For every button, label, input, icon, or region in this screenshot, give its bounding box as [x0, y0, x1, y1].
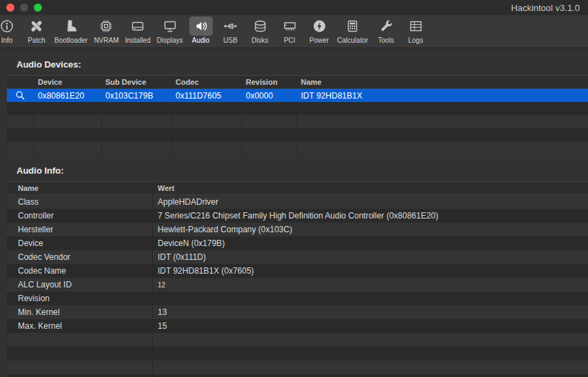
toolbar-item-info[interactable]: Info: [0, 16, 21, 45]
minimize-button[interactable]: [20, 3, 28, 12]
empty-cell: [7, 333, 153, 347]
audio-info-header: NameWert: [7, 181, 588, 195]
bootloader-icon: [63, 19, 78, 34]
audio-devices-body: 0x80861E200x103C179B0x111D76050x0000IDT …: [7, 89, 588, 154]
audio-devices-label: Audio Devices:: [17, 59, 588, 70]
toolbar-item-displays[interactable]: Displays: [154, 16, 186, 45]
info-row-controller[interactable]: Controller7 Series/C216 Chipset Family H…: [7, 209, 588, 223]
usb-icon: [223, 19, 238, 34]
toolbar-item-patch[interactable]: Patch: [22, 16, 51, 45]
toolbar-iconbox: [158, 17, 182, 36]
info-value-cell: [153, 292, 588, 305]
toolbar-item-calculator[interactable]: Calculator: [335, 16, 371, 45]
close-button[interactable]: [6, 3, 14, 12]
info-col-wert[interactable]: Wert: [153, 182, 588, 194]
devices-col-device[interactable]: Device: [34, 76, 102, 88]
empty-cell: [153, 347, 588, 360]
empty-cell: [297, 102, 588, 115]
toolbar-iconbox: [94, 17, 118, 36]
toolbar-item-usb[interactable]: USB: [216, 16, 245, 45]
nvram-icon: [98, 19, 114, 34]
device-cell-revision: 0x0000: [242, 89, 297, 102]
toolbar-item-installed[interactable]: Installed: [123, 16, 154, 45]
device-cell-sub_device: 0x103C179B: [102, 89, 172, 102]
audio-info-label: Audio Info:: [17, 165, 588, 176]
toolbar-item-bootloader[interactable]: Bootloader: [52, 16, 90, 45]
info-col-name[interactable]: Name: [7, 182, 153, 194]
info-row-max-kernel[interactable]: Max. Kernel15: [7, 319, 588, 333]
toolbar-iconbox: [249, 17, 272, 36]
info-row-codec-vendor[interactable]: Codec VendorIDT (0x111D): [7, 250, 588, 264]
info-name-cell: Min. Kernel: [7, 305, 153, 319]
info-value-cell: IDT (0x111D): [153, 250, 588, 264]
window-title: Hackintool v3.1.0: [511, 3, 580, 13]
logs-icon: [408, 19, 423, 34]
toolbar-item-pci[interactable]: PCI: [275, 16, 304, 45]
toolbar-iconbox: [126, 17, 149, 36]
info-empty-row: [7, 347, 588, 360]
toolbar-item-label: Calculator: [337, 37, 368, 44]
empty-cell: [34, 141, 102, 154]
info-value-cell: AppleHDADriver: [153, 195, 588, 209]
device-cell-name: IDT 92HD81B1X: [297, 89, 588, 102]
devices-col-sub-device[interactable]: Sub Device: [102, 76, 172, 88]
info-value-cell: IDT 92HD81B1X (0x7605): [153, 264, 588, 278]
info-name-cell: Codec Name: [7, 264, 153, 278]
empty-cell: [34, 115, 102, 128]
audio-info-body: ClassAppleHDADriverController7 Series/C2…: [7, 195, 588, 377]
info-row-codec-name[interactable]: Codec NameIDT 92HD81B1X (0x7605): [7, 264, 588, 278]
alc-layout-id-input[interactable]: [158, 281, 213, 289]
empty-cell: [153, 333, 588, 347]
toolbar-item-label: Disks: [251, 37, 268, 44]
calculator-icon: [345, 19, 360, 34]
toolbar-iconbox: [25, 17, 48, 36]
devices-col-icon[interactable]: [7, 76, 34, 88]
devices-col-codec[interactable]: Codec: [172, 76, 242, 88]
empty-cell: [34, 128, 102, 141]
empty-cell: [297, 141, 588, 154]
patch-icon: [29, 19, 44, 34]
info-empty-row: [7, 374, 588, 377]
info-value-cell: [153, 278, 588, 292]
toolbar-item-label: Patch: [28, 37, 45, 44]
toolbar-item-logs[interactable]: Logs: [401, 16, 430, 45]
toolbar-item-label: Info: [1, 37, 13, 44]
toolbar-item-label: Bootloader: [54, 37, 87, 44]
empty-cell: [102, 115, 172, 128]
info-row-class[interactable]: ClassAppleHDADriver: [7, 195, 588, 209]
devices-col-revision[interactable]: Revision: [242, 76, 297, 88]
empty-cell: [102, 128, 172, 141]
info-row-hersteller[interactable]: HerstellerHewlett-Packard Company (0x103…: [7, 223, 588, 236]
toolbar-item-audio[interactable]: Audio: [187, 16, 216, 45]
toolbar-item-power[interactable]: Power: [305, 16, 334, 45]
audio-devices-header: DeviceSub DeviceCodecRevisionName: [7, 75, 588, 89]
device-row[interactable]: 0x80861E200x103C179B0x111D76050x0000IDT …: [7, 89, 588, 102]
hackintool-window: Hackintool v3.1.0 InfoPatchBootloaderNVR…: [0, 0, 588, 377]
empty-cell: [297, 115, 588, 128]
zoom-button[interactable]: [34, 3, 42, 12]
info-row-alc-layout-id[interactable]: ALC Layout ID: [7, 278, 588, 292]
info-value-cell: 7 Series/C216 Chipset Family High Defini…: [153, 209, 588, 223]
empty-cell: [102, 141, 172, 154]
info-name-cell: Codec Vendor: [7, 250, 153, 264]
toolbar-item-disks[interactable]: Disks: [246, 16, 275, 45]
toolbar-iconbox: [0, 17, 19, 36]
tools-icon: [379, 19, 394, 34]
info-row-revision[interactable]: Revision: [7, 292, 588, 305]
displays-icon: [162, 19, 178, 34]
toolbar-item-label: Logs: [408, 37, 423, 44]
empty-cell: [242, 141, 297, 154]
magnifier-icon: [15, 90, 25, 101]
info-icon: [0, 19, 14, 34]
empty-cell: [172, 128, 242, 141]
pci-icon: [282, 19, 297, 34]
devices-col-name[interactable]: Name: [297, 76, 588, 88]
audio-devices-table: DeviceSub DeviceCodecRevisionName 0x8086…: [7, 75, 588, 154]
info-row-min-kernel[interactable]: Min. Kernel13: [7, 305, 588, 319]
toolbar-item-tools[interactable]: Tools: [372, 16, 401, 45]
info-row-device[interactable]: DeviceDeviceN (0x179B): [7, 236, 588, 250]
empty-cell: [297, 128, 588, 141]
toolbar-item-nvram[interactable]: NVRAM: [91, 16, 121, 45]
empty-cell: [172, 141, 242, 154]
toolbar-item-label: PCI: [284, 37, 295, 44]
